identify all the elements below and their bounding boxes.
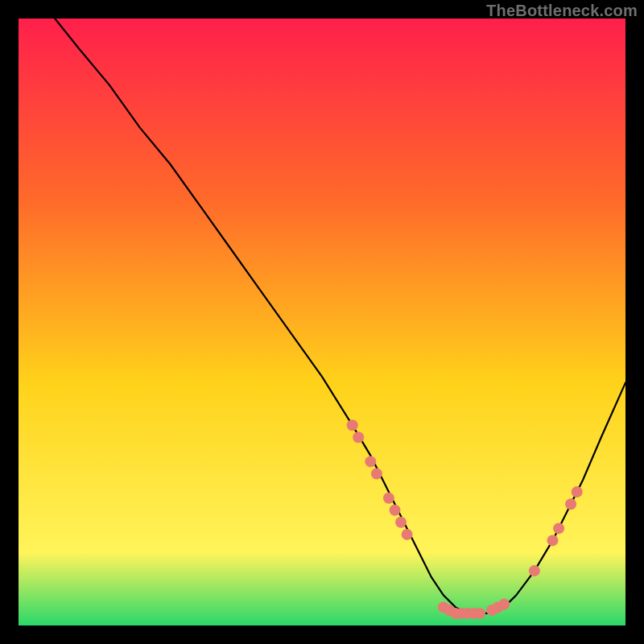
bottleneck-chart [19,19,625,625]
data-point [395,517,407,528]
data-point [383,493,394,504]
data-point [371,469,382,480]
data-point [353,431,364,443]
data-point [553,522,564,534]
data-point [402,529,413,540]
data-point [565,498,576,510]
data-point [390,505,401,516]
watermark-text: TheBottleneck.com [486,2,638,20]
chart-frame [19,19,625,625]
data-point [498,599,510,610]
data-point [347,419,358,431]
data-point [572,486,583,497]
chart-background [19,19,625,625]
data-point [474,608,485,619]
data-point [529,565,540,576]
data-point [547,535,559,546]
data-point [365,456,376,467]
